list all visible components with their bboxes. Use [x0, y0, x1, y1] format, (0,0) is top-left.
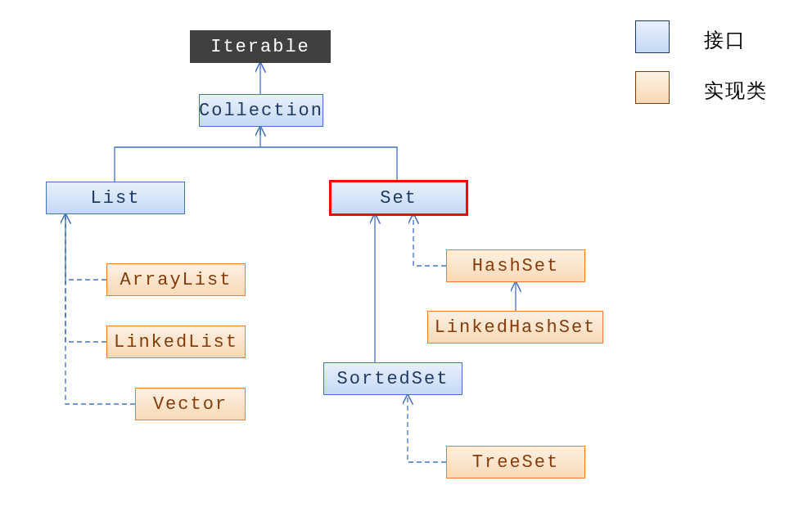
node-linkedhashset-label: LinkedHashSet: [435, 317, 597, 338]
node-iterable: Iterable: [190, 30, 331, 63]
node-arraylist-label: ArrayList: [120, 270, 232, 290]
node-hashset-label: HashSet: [472, 256, 559, 276]
node-vector-label: Vector: [153, 394, 228, 415]
legend-swatch-impl: [635, 71, 670, 104]
node-sortedset: SortedSet: [323, 362, 462, 395]
legend-label-interface: 接口: [704, 27, 747, 53]
node-list: List: [46, 182, 185, 214]
node-linkedlist-label: LinkedList: [114, 332, 238, 353]
node-set-label: Set: [380, 188, 417, 209]
node-collection-label: Collection: [199, 101, 323, 121]
node-linkedlist: LinkedList: [106, 326, 246, 358]
node-list-label: List: [91, 188, 141, 209]
node-linkedhashset: LinkedHashSet: [427, 311, 603, 344]
node-set: Set: [331, 182, 467, 214]
node-treeset: TreeSet: [446, 446, 585, 478]
legend-swatch-interface: [635, 20, 670, 53]
node-arraylist: ArrayList: [106, 263, 246, 296]
node-treeset-label: TreeSet: [472, 452, 559, 473]
legend-label-impl: 实现类: [704, 78, 768, 104]
node-sortedset-label: SortedSet: [337, 369, 449, 389]
node-vector: Vector: [135, 388, 246, 420]
node-hashset: HashSet: [446, 249, 585, 282]
diagram-connectors: [0, 0, 812, 512]
node-collection: Collection: [199, 94, 323, 127]
node-iterable-label: Iterable: [210, 37, 310, 57]
